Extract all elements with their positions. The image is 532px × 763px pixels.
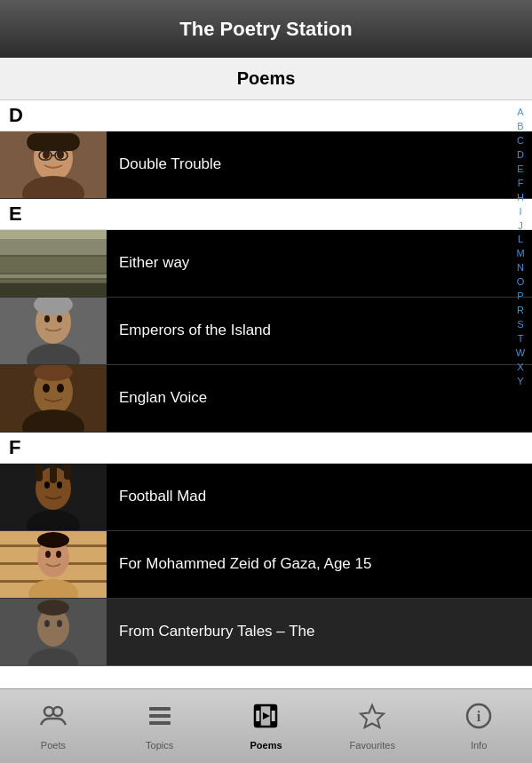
- index-S[interactable]: S: [517, 318, 523, 332]
- index-L[interactable]: L: [518, 233, 523, 247]
- index-D[interactable]: D: [517, 148, 524, 163]
- section-header-D: D: [0, 100, 532, 131]
- list-item[interactable]: Double Trouble: [0, 131, 532, 199]
- svg-rect-59: [271, 705, 276, 711]
- poem-list: A B C D E F H I J L M N O P R S T W X Y …: [0, 100, 532, 688]
- poem-thumbnail: [0, 464, 107, 531]
- index-M[interactable]: M: [516, 247, 524, 261]
- poem-title[interactable]: Either way: [107, 230, 532, 297]
- index-H[interactable]: H: [517, 191, 524, 205]
- svg-point-26: [57, 384, 64, 393]
- svg-rect-11: [0, 280, 107, 282]
- svg-point-53: [53, 707, 62, 716]
- index-C[interactable]: C: [517, 134, 524, 148]
- tab-poems[interactable]: Poems: [213, 689, 320, 763]
- poem-thumbnail: [0, 599, 107, 666]
- poets-icon: [39, 702, 67, 736]
- poem-thumbnail: [0, 298, 107, 365]
- poem-thumbnail: [0, 230, 107, 298]
- index-X[interactable]: X: [517, 361, 523, 375]
- svg-point-51: [37, 600, 69, 616]
- poem-title[interactable]: Englan Voice: [107, 365, 532, 432]
- index-O[interactable]: O: [517, 275, 525, 290]
- poem-thumbnail: [0, 531, 107, 599]
- tab-bar: Poets Topics: [0, 688, 532, 763]
- app-title: The Poetry Station: [179, 18, 352, 41]
- svg-point-32: [57, 481, 62, 489]
- section-header-F: F: [0, 433, 532, 464]
- svg-rect-5: [27, 133, 80, 151]
- poems-icon: [251, 702, 280, 736]
- list-item[interactable]: For Mohammed Zeid of Gaza, Age 15: [0, 531, 532, 599]
- poem-title[interactable]: Double Trouble: [107, 131, 532, 198]
- tab-topics-label: Topics: [146, 740, 173, 751]
- svg-rect-35: [64, 464, 71, 480]
- info-icon: i: [465, 702, 493, 736]
- list-item[interactable]: Englan Voice: [0, 365, 532, 433]
- tab-topics[interactable]: Topics: [107, 689, 213, 763]
- index-Y[interactable]: Y: [517, 375, 523, 389]
- svg-rect-10: [0, 274, 107, 278]
- page-title-bar: Poems: [0, 58, 532, 100]
- index-A[interactable]: A: [517, 106, 523, 120]
- index-J[interactable]: J: [518, 219, 523, 234]
- svg-rect-12: [0, 283, 107, 298]
- page-title: Poems: [237, 68, 296, 89]
- tab-poets[interactable]: Poets: [0, 689, 107, 763]
- index-sidebar[interactable]: A B C D E F H I J L M N O P R S T W X Y: [509, 100, 532, 688]
- topics-icon: [146, 702, 174, 736]
- svg-rect-58: [255, 705, 260, 711]
- list-item[interactable]: Football Mad: [0, 464, 532, 531]
- tab-favourites-label: Favourites: [350, 740, 395, 751]
- list-item[interactable]: Either way: [0, 230, 532, 298]
- svg-rect-14: [0, 239, 107, 255]
- svg-rect-61: [271, 721, 276, 727]
- svg-point-49: [44, 620, 50, 627]
- poem-title[interactable]: For Mohammed Zeid of Gaza, Age 15: [107, 531, 532, 598]
- svg-point-31: [44, 481, 50, 489]
- poem-thumbnail: [0, 131, 107, 199]
- svg-point-44: [56, 551, 61, 558]
- index-N[interactable]: N: [517, 261, 524, 275]
- svg-rect-13: [0, 257, 107, 273]
- tab-poems-label: Poems: [250, 740, 282, 751]
- tab-poets-label: Poets: [41, 740, 66, 751]
- svg-point-25: [43, 384, 50, 393]
- svg-point-20: [57, 315, 62, 322]
- poem-title[interactable]: Emperors of the Island: [107, 298, 532, 364]
- index-P[interactable]: P: [517, 290, 523, 304]
- index-B[interactable]: B: [517, 120, 523, 134]
- svg-rect-15: [0, 230, 107, 239]
- index-E[interactable]: E: [517, 163, 523, 177]
- app-header: The Poetry Station: [0, 0, 532, 58]
- tab-favourites[interactable]: Favourites: [319, 689, 425, 763]
- svg-rect-55: [149, 714, 171, 718]
- svg-point-52: [44, 707, 53, 716]
- svg-point-19: [44, 315, 50, 322]
- svg-point-45: [37, 532, 69, 548]
- section-header-E: E: [0, 199, 532, 230]
- svg-rect-34: [50, 464, 57, 483]
- svg-rect-54: [149, 707, 171, 711]
- svg-text:i: i: [477, 709, 481, 724]
- tab-info-label: Info: [471, 740, 487, 751]
- svg-rect-33: [36, 464, 43, 481]
- poem-title[interactable]: Football Mad: [107, 464, 532, 530]
- svg-rect-56: [149, 721, 171, 725]
- svg-marker-66: [361, 705, 384, 727]
- tab-info[interactable]: i Info: [425, 689, 532, 763]
- index-T[interactable]: T: [518, 332, 524, 346]
- favourites-icon: [358, 702, 386, 736]
- index-I[interactable]: I: [519, 205, 521, 219]
- svg-point-50: [57, 620, 62, 627]
- index-F[interactable]: F: [518, 177, 524, 191]
- poem-title[interactable]: From Canterbury Tales – The: [107, 599, 532, 665]
- poem-thumbnail: [0, 365, 107, 433]
- svg-rect-60: [255, 721, 260, 727]
- list-item[interactable]: Emperors of the Island: [0, 298, 532, 365]
- svg-point-43: [45, 551, 51, 558]
- list-item[interactable]: From Canterbury Tales – The: [0, 599, 532, 666]
- index-W[interactable]: W: [516, 346, 525, 361]
- index-R[interactable]: R: [517, 304, 524, 318]
